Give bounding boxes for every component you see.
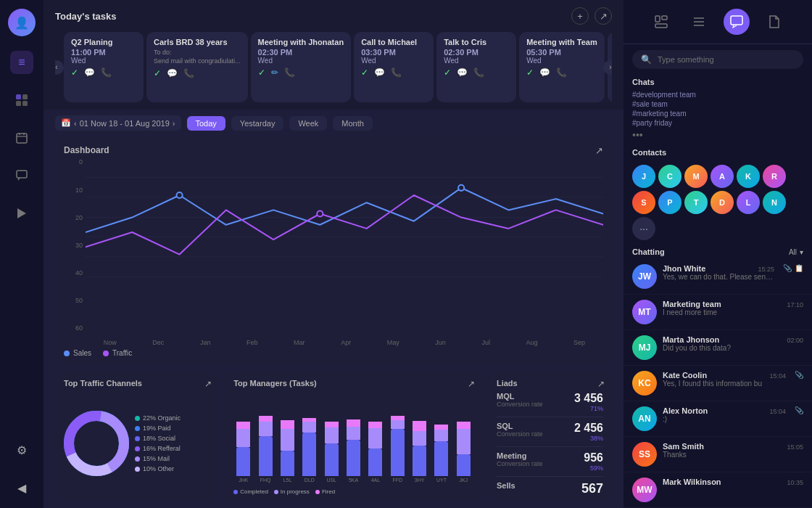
- date-btn-month[interactable]: Month: [333, 116, 373, 131]
- chat-item[interactable]: MJ Marta Jhonson 02:00 Did you do this d…: [624, 330, 812, 366]
- chat-item[interactable]: JW Jhon White 15:25 Yes, we can do that.…: [624, 259, 812, 295]
- task-check[interactable]: ✓: [361, 67, 368, 78]
- task-check[interactable]: ✓: [71, 67, 78, 78]
- chat-tag-party[interactable]: #party friday: [632, 118, 803, 128]
- chart-legend: Sales Traffic: [64, 349, 603, 357]
- chat-body: Sam Smith 15:05 Thanks: [663, 442, 803, 459]
- date-btn-yesterday[interactable]: Yestarday: [231, 116, 284, 131]
- contact-avatar[interactable]: S: [632, 191, 655, 214]
- task-check[interactable]: ✓: [154, 68, 161, 78]
- chat-tag-sale[interactable]: #sale team: [632, 99, 803, 109]
- task-phone[interactable]: 📞: [473, 67, 484, 78]
- chat-body: Alex Norton 15:04 :): [663, 406, 786, 423]
- svg-rect-2: [16, 101, 21, 106]
- chart-y-labels: 60 50 40 30 20 10 0: [64, 158, 86, 332]
- task-edit[interactable]: ✏: [271, 67, 278, 78]
- nav-icon-menu[interactable]: ≡: [10, 51, 33, 74]
- chart-expand-button[interactable]: ↗: [595, 145, 603, 156]
- contacts-more-button[interactable]: ···: [632, 217, 655, 240]
- task-chat[interactable]: 💬: [539, 67, 550, 78]
- chat-item[interactable]: AN Alex Norton 15:04 :) 📎: [624, 401, 812, 437]
- task-chat[interactable]: 💬: [374, 67, 385, 78]
- nav-next-date[interactable]: ›: [173, 119, 175, 128]
- liads-mql-row: MQL Conversion rate 3 456 71%: [497, 392, 603, 412]
- contact-avatar[interactable]: J: [632, 165, 655, 188]
- task-phone[interactable]: 📞: [391, 67, 402, 78]
- chat-tag-marketing[interactable]: #marketing team: [632, 109, 803, 118]
- right-icon-pages[interactable]: [648, 9, 674, 35]
- task-card: Meeting with Jhonatan 02:30 PM Wed ✓ ✏ 📞: [251, 32, 352, 102]
- chat-item[interactable]: SS Sam Smith 15:05 Thanks: [624, 437, 812, 472]
- chat-item[interactable]: KC Kate Coolin 15:04 Yes, I found this i…: [624, 366, 812, 401]
- liads-meeting-val: 956: [584, 451, 603, 464]
- chat-preview: I need more time: [663, 308, 803, 316]
- nav-icon-messages[interactable]: [10, 164, 33, 187]
- liads-card: Liads ↗ MQL Conversion rate 3 456 71%: [488, 372, 612, 502]
- right-icon-doc[interactable]: [761, 9, 787, 35]
- search-input[interactable]: [658, 55, 795, 64]
- nav-icon-dashboard[interactable]: [10, 89, 33, 112]
- traffic-expand-button[interactable]: ↗: [204, 379, 212, 389]
- task-chat[interactable]: 💬: [457, 67, 468, 78]
- contact-avatar[interactable]: D: [710, 191, 734, 214]
- task-check[interactable]: ✓: [526, 67, 534, 78]
- task-check[interactable]: ✓: [444, 67, 451, 78]
- managers-expand-button[interactable]: ↗: [468, 379, 475, 389]
- right-panel: 🔍 Chats #development team #sale team #ma…: [624, 0, 812, 508]
- search-icon: 🔍: [641, 54, 652, 65]
- tasks-title: Today's tasks: [55, 11, 117, 22]
- chat-body: Mark Wilkinson 10:35: [663, 478, 803, 486]
- contact-avatar[interactable]: M: [684, 165, 708, 188]
- donut-area: 22% Organic 19% Paid 18% Social 16% Reff…: [64, 392, 210, 495]
- add-task-button[interactable]: +: [571, 7, 589, 25]
- liads-expand-button[interactable]: ↗: [597, 379, 605, 389]
- legend-sales: Sales: [64, 349, 91, 357]
- chatting-filter-button[interactable]: All ▾: [789, 248, 803, 256]
- contact-avatar[interactable]: A: [710, 165, 734, 188]
- chat-body: Marketing team 17:10 I need more time: [663, 300, 803, 316]
- contacts-grid: J C M A K R S P T D L N ···: [624, 165, 812, 243]
- contact-avatar[interactable]: K: [737, 165, 760, 188]
- contact-avatar[interactable]: L: [737, 191, 760, 214]
- chat-name: Marta Jhonson: [663, 335, 719, 344]
- date-btn-week[interactable]: Week: [289, 116, 327, 131]
- contact-avatar[interactable]: N: [763, 191, 786, 214]
- chat-tag-development[interactable]: #development team: [632, 90, 803, 99]
- user-avatar[interactable]: 👤: [8, 9, 36, 36]
- contact-avatar[interactable]: R: [763, 165, 786, 188]
- task-phone[interactable]: 📞: [556, 67, 567, 78]
- chat-name: Kate Coolin: [663, 371, 707, 380]
- liads-mql-val: 3 456: [574, 392, 603, 405]
- chat-time: 15:05: [787, 443, 803, 451]
- chat-more-icon[interactable]: •••: [632, 129, 803, 141]
- chat-time: 17:10: [787, 301, 803, 308]
- task-check[interactable]: ✓: [258, 67, 265, 78]
- contact-avatar[interactable]: T: [684, 191, 708, 214]
- svg-rect-28: [655, 24, 667, 28]
- date-btn-today[interactable]: Today: [187, 116, 225, 131]
- nav-prev-date[interactable]: ‹: [74, 119, 77, 128]
- nav-icon-play[interactable]: [10, 202, 33, 225]
- collapse-icon[interactable]: ◀: [10, 476, 33, 499]
- chart-svg: [86, 158, 603, 276]
- task-chat[interactable]: 💬: [84, 67, 95, 78]
- right-icon-message[interactable]: [724, 9, 750, 35]
- chat-name: Alex Norton: [663, 406, 708, 415]
- settings-icon[interactable]: ⚙: [10, 438, 33, 462]
- chat-item[interactable]: MW Mark Wilkinson 10:35: [624, 472, 812, 508]
- task-phone[interactable]: 📞: [183, 68, 194, 78]
- task-card: Meeting with Team 05:30 PM Wed ✓ 💬 📞: [519, 32, 605, 102]
- chat-name: Marketing team: [663, 300, 721, 308]
- task-phone[interactable]: 📞: [101, 67, 112, 78]
- right-icon-list[interactable]: [686, 9, 712, 35]
- task-chat[interactable]: 💬: [167, 68, 178, 78]
- expand-tasks-button[interactable]: ↗: [594, 7, 612, 25]
- nav-icon-calendar[interactable]: [10, 126, 33, 149]
- date-range-picker[interactable]: 📅 ‹ 01 Now 18 - 01 Aug 2019 ›: [55, 115, 181, 131]
- donut-labels: 22% Organic 19% Paid 18% Social 16% Reff…: [135, 414, 181, 472]
- task-phone[interactable]: 📞: [284, 67, 295, 78]
- chat-item[interactable]: MT Marketing team 17:10 I need more time: [624, 295, 812, 330]
- contact-avatar[interactable]: P: [658, 191, 682, 214]
- chat-avatar: MW: [632, 478, 657, 502]
- contact-avatar[interactable]: C: [658, 165, 682, 188]
